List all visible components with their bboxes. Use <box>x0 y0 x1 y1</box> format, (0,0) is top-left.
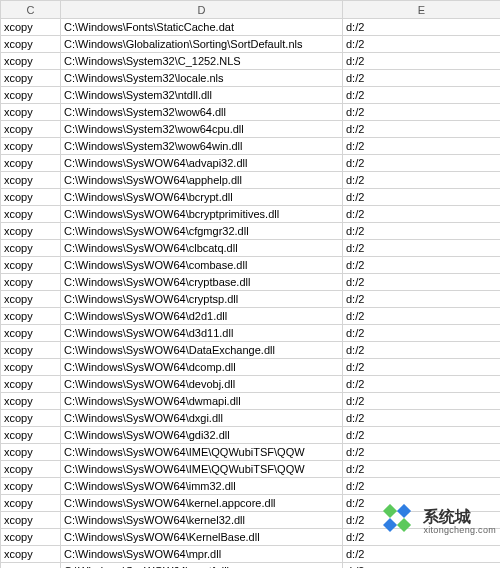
cell-c[interactable]: xcopy <box>1 206 61 223</box>
cell-e[interactable]: d:/2 <box>343 53 501 70</box>
cell-c[interactable]: xcopy <box>1 104 61 121</box>
cell-d[interactable]: C:\Windows\SysWOW64\devobj.dll <box>61 376 343 393</box>
cell-c[interactable]: xcopy <box>1 325 61 342</box>
cell-e[interactable]: d:/2 <box>343 461 501 478</box>
cell-e[interactable]: d:/2 <box>343 427 501 444</box>
cell-e[interactable]: d:/2 <box>343 206 501 223</box>
cell-c[interactable]: xcopy <box>1 393 61 410</box>
cell-d[interactable]: C:\Windows\SysWOW64\cfgmgr32.dll <box>61 223 343 240</box>
cell-c[interactable]: xcopy <box>1 87 61 104</box>
cell-c[interactable]: xcopy <box>1 444 61 461</box>
cell-c[interactable]: xcopy <box>1 342 61 359</box>
cell-d[interactable]: C:\Windows\System32\wow64cpu.dll <box>61 121 343 138</box>
cell-e[interactable]: d:/2 <box>343 138 501 155</box>
cell-e[interactable]: d:/2 <box>343 359 501 376</box>
cell-e[interactable]: d:/2 <box>343 70 501 87</box>
cell-d[interactable]: C:\Windows\SysWOW64\bcrypt.dll <box>61 189 343 206</box>
cell-c[interactable]: xcopy <box>1 223 61 240</box>
cell-e[interactable]: d:/2 <box>343 325 501 342</box>
cell-c[interactable]: xcopy <box>1 121 61 138</box>
cell-c[interactable]: xcopy <box>1 155 61 172</box>
cell-d[interactable]: C:\Windows\System32\wow64.dll <box>61 104 343 121</box>
cell-c[interactable]: xcopy <box>1 308 61 325</box>
cell-d[interactable]: C:\Windows\SysWOW64\IME\QQWubiTSF\QQW <box>61 444 343 461</box>
cell-c[interactable]: xcopy <box>1 36 61 53</box>
cell-d[interactable]: C:\Windows\SysWOW64\mpr.dll <box>61 546 343 563</box>
cell-d[interactable]: C:\Windows\SysWOW64\advapi32.dll <box>61 155 343 172</box>
cell-d[interactable]: C:\Windows\System32\locale.nls <box>61 70 343 87</box>
cell-d[interactable]: C:\Windows\SysWOW64\d2d1.dll <box>61 308 343 325</box>
cell-c[interactable]: xcopy <box>1 189 61 206</box>
cell-e[interactable]: d:/2 <box>343 563 501 569</box>
cell-e[interactable]: d:/2 <box>343 36 501 53</box>
cell-e[interactable]: d:/2 <box>343 546 501 563</box>
cell-d[interactable]: C:\Windows\SysWOW64\kernel.appcore.dll <box>61 495 343 512</box>
cell-d[interactable]: C:\Windows\SysWOW64\imm32.dll <box>61 478 343 495</box>
cell-c[interactable]: xcopy <box>1 546 61 563</box>
cell-e[interactable]: d:/2 <box>343 410 501 427</box>
cell-e[interactable]: d:/2 <box>343 104 501 121</box>
cell-c[interactable]: xcopy <box>1 172 61 189</box>
cell-e[interactable]: d:/2 <box>343 376 501 393</box>
cell-d[interactable]: C:\Windows\SysWOW64\clbcatq.dll <box>61 240 343 257</box>
cell-d[interactable]: C:\Windows\SysWOW64\gdi32.dll <box>61 427 343 444</box>
cell-c[interactable]: xcopy <box>1 563 61 569</box>
cell-c[interactable]: xcopy <box>1 512 61 529</box>
cell-e[interactable]: d:/2 <box>343 444 501 461</box>
cell-e[interactable]: d:/2 <box>343 87 501 104</box>
cell-e[interactable]: d:/2 <box>343 257 501 274</box>
cell-c[interactable]: xcopy <box>1 376 61 393</box>
cell-d[interactable]: C:\Windows\SysWOW64\dcomp.dll <box>61 359 343 376</box>
cell-e[interactable]: d:/2 <box>343 342 501 359</box>
cell-c[interactable]: xcopy <box>1 240 61 257</box>
cell-c[interactable]: xcopy <box>1 257 61 274</box>
cell-d[interactable]: C:\Windows\SysWOW64\dwmapi.dll <box>61 393 343 410</box>
cell-d[interactable]: C:\Windows\SysWOW64\apphelp.dll <box>61 172 343 189</box>
cell-d[interactable]: C:\Windows\SysWOW64\kernel32.dll <box>61 512 343 529</box>
cell-e[interactable]: d:/2 <box>343 308 501 325</box>
cell-d[interactable]: C:\Windows\SysWOW64\combase.dll <box>61 257 343 274</box>
cell-c[interactable]: xcopy <box>1 138 61 155</box>
cell-d[interactable]: C:\Windows\Globalization\Sorting\SortDef… <box>61 36 343 53</box>
cell-e[interactable]: d:/2 <box>343 155 501 172</box>
cell-c[interactable]: xcopy <box>1 529 61 546</box>
cell-d[interactable]: C:\Windows\SysWOW64\bcryptprimitives.dll <box>61 206 343 223</box>
cell-e[interactable]: d:/2 <box>343 172 501 189</box>
cell-c[interactable]: xcopy <box>1 53 61 70</box>
cell-e[interactable]: d:/2 <box>343 223 501 240</box>
cell-d[interactable]: C:\Windows\System32\wow64win.dll <box>61 138 343 155</box>
cell-c[interactable]: xcopy <box>1 291 61 308</box>
cell-d[interactable]: C:\Windows\SysWOW64\cryptsp.dll <box>61 291 343 308</box>
cell-e[interactable]: d:/2 <box>343 121 501 138</box>
cell-d[interactable]: C:\Windows\SysWOW64\KernelBase.dll <box>61 529 343 546</box>
cell-d[interactable]: C:\Windows\System32\ntdll.dll <box>61 87 343 104</box>
cell-e[interactable]: d:/2 <box>343 393 501 410</box>
cell-d[interactable]: C:\Windows\Fonts\StaticCache.dat <box>61 19 343 36</box>
cell-e[interactable]: d:/2 <box>343 478 501 495</box>
cell-d[interactable]: C:\Windows\SysWOW64\msctf.dll <box>61 563 343 569</box>
cell-d[interactable]: C:\Windows\SysWOW64\DataExchange.dll <box>61 342 343 359</box>
cell-d[interactable]: C:\Windows\SysWOW64\d3d11.dll <box>61 325 343 342</box>
cell-e[interactable]: d:/2 <box>343 189 501 206</box>
cell-c[interactable]: xcopy <box>1 495 61 512</box>
cell-c[interactable]: xcopy <box>1 461 61 478</box>
cell-e[interactable]: d:/2 <box>343 274 501 291</box>
cell-c[interactable]: xcopy <box>1 274 61 291</box>
col-header-c[interactable]: C <box>1 1 61 19</box>
cell-d[interactable]: C:\Windows\SysWOW64\dxgi.dll <box>61 410 343 427</box>
spreadsheet-grid[interactable]: C D E xcopyC:\Windows\Fonts\StaticCache.… <box>0 0 500 568</box>
col-header-e[interactable]: E <box>343 1 501 19</box>
cell-e[interactable]: d:/2 <box>343 291 501 308</box>
cell-c[interactable]: xcopy <box>1 427 61 444</box>
cell-e[interactable]: d:/2 <box>343 19 501 36</box>
cell-c[interactable]: xcopy <box>1 19 61 36</box>
cell-d[interactable]: C:\Windows\System32\C_1252.NLS <box>61 53 343 70</box>
cell-c[interactable]: xcopy <box>1 478 61 495</box>
cell-e[interactable]: d:/2 <box>343 240 501 257</box>
cell-c[interactable]: xcopy <box>1 70 61 87</box>
col-header-d[interactable]: D <box>61 1 343 19</box>
cell-c[interactable]: xcopy <box>1 410 61 427</box>
cell-c[interactable]: xcopy <box>1 359 61 376</box>
cell-d[interactable]: C:\Windows\SysWOW64\IME\QQWubiTSF\QQW <box>61 461 343 478</box>
cell-d[interactable]: C:\Windows\SysWOW64\cryptbase.dll <box>61 274 343 291</box>
